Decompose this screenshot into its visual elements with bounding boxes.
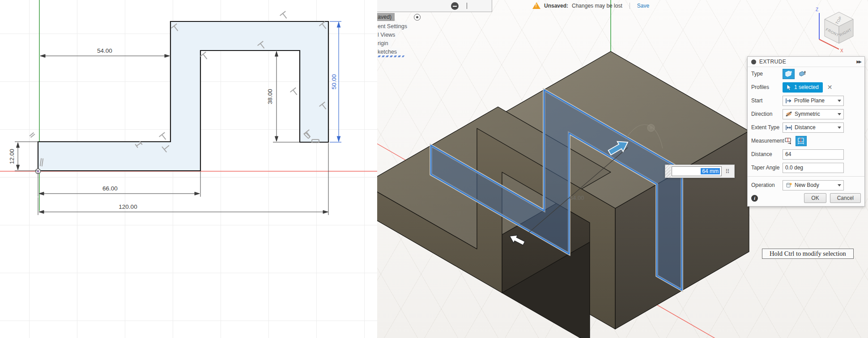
distance-input[interactable] — [783, 149, 844, 160]
row-start: Start Profile Plane — [748, 94, 864, 107]
taper-angle-input[interactable] — [783, 163, 844, 173]
activate-component-icon[interactable] — [414, 14, 421, 21]
operation-value: New Body — [795, 182, 819, 188]
ok-button[interactable]: OK — [804, 193, 826, 203]
dialog-title: EXTRUDE — [759, 59, 786, 65]
dialog-footer: i OK Cancel — [748, 192, 864, 206]
info-icon[interactable]: i — [751, 195, 758, 202]
direction-dropdown[interactable]: Symmetric — [783, 109, 844, 119]
extent-dim-label: 64.00 — [570, 194, 584, 201]
browser-item-origin[interactable]: rigin — [377, 39, 391, 47]
viewcube-z-label: Z — [816, 7, 818, 12]
extrude-thin-icon — [799, 70, 807, 77]
dim-66 — [38, 172, 200, 197]
browser-item-named-views[interactable]: l Views — [377, 31, 398, 39]
row-taper: Taper Angle — [748, 161, 864, 174]
dim-66-label[interactable]: 66.00 — [102, 185, 118, 192]
new-body-icon — [785, 182, 792, 189]
direction-value: Symmetric — [795, 111, 820, 117]
collapse-panel-icon[interactable]: ▶▶ — [856, 59, 861, 64]
type-solid-button[interactable] — [783, 69, 795, 79]
type-label: Type — [751, 71, 783, 77]
dim-38 — [273, 51, 300, 142]
drag-handle[interactable] — [665, 165, 671, 177]
dialog-header[interactable]: EXTRUDE ▶▶ — [748, 57, 864, 67]
cursor-icon — [787, 84, 791, 90]
distance-label: Distance — [751, 151, 783, 157]
row-measurement: Measurement — [748, 134, 864, 148]
cancel-button[interactable]: Cancel — [830, 193, 861, 203]
extent-type-value: Distance — [795, 124, 816, 131]
remove-icon[interactable] — [451, 2, 459, 10]
dim-12-label[interactable]: 12.00 — [9, 149, 15, 164]
measurement-whole-button[interactable] — [796, 136, 807, 146]
chevron-down-icon — [838, 100, 841, 102]
chevron-down-icon — [838, 127, 841, 129]
extent-type-label: Extent Type — [751, 124, 783, 131]
dimension-value-input[interactable]: 64 mm — [672, 166, 722, 176]
extrude-dialog: EXTRUDE ▶▶ Type Profiles 1 selected ✕ — [747, 56, 865, 207]
dim-54-label[interactable]: 54.00 — [97, 47, 112, 54]
measure-half-icon — [784, 137, 792, 144]
measurement-label: Measurement — [751, 138, 783, 144]
warning-icon — [532, 2, 540, 9]
dialog-separator — [748, 176, 864, 177]
extent-type-dropdown[interactable]: Distance — [783, 123, 844, 133]
hold-ctrl-tooltip: Hold Ctrl to modify selection — [762, 249, 854, 259]
row-operation: Operation New Body — [748, 178, 864, 192]
dim-12 — [15, 142, 39, 171]
start-value: Profile Plane — [794, 97, 825, 104]
start-label: Start — [751, 97, 783, 104]
sketch-canvas[interactable]: 54.00 50.00 38.00 12.00 66.00 — [0, 0, 377, 338]
extrude-solid-icon — [785, 70, 793, 77]
direction-label: Direction — [751, 111, 783, 117]
divider — [630, 3, 630, 9]
dim-50-label[interactable]: 50.00 — [331, 74, 337, 89]
warning-title: Unsaved: — [544, 3, 568, 9]
sketch-profile[interactable] — [38, 21, 328, 171]
row-extent-type: Extent Type Distance — [748, 121, 864, 134]
chevron-down-icon — [838, 184, 841, 186]
measurement-half-button[interactable] — [783, 136, 794, 146]
viewcube[interactable]: Z X TOP FRONT RIGHT — [812, 2, 868, 54]
selected-text: 64 mm — [701, 168, 720, 174]
operation-dropdown[interactable]: New Body — [783, 180, 844, 190]
measure-whole-icon — [797, 137, 805, 144]
profile-plane-icon — [785, 98, 792, 104]
dim-120-label[interactable]: 120.00 — [119, 203, 137, 210]
symmetric-icon — [785, 111, 792, 117]
unsaved-warning-bar: Unsaved: Changes may be lost Save — [532, 2, 649, 9]
profiles-selected-button[interactable]: 1 selected — [783, 82, 823, 93]
browser-item-document[interactable]: aved) — [377, 13, 395, 21]
distance-icon — [785, 125, 792, 131]
profiles-label: Profiles — [751, 84, 783, 90]
floating-dimension-box[interactable]: 64 mm ⠿ — [665, 165, 735, 178]
save-link[interactable]: Save — [637, 3, 649, 9]
sketch-svg: 54.00 50.00 38.00 12.00 66.00 — [0, 0, 377, 338]
taper-angle-label: Taper Angle — [751, 165, 783, 171]
row-distance: Distance — [748, 148, 864, 161]
toolbar-end-panel — [377, 0, 492, 12]
row-type: Type — [748, 67, 864, 80]
taper-handle-dot — [650, 127, 652, 129]
viewcube-x-label: X — [840, 48, 843, 53]
row-direction: Direction Symmetric — [748, 107, 864, 121]
browser-item-sketches[interactable]: ketches — [377, 48, 400, 56]
dim-38-label[interactable]: 38.00 — [267, 89, 273, 104]
text-caret — [467, 3, 467, 9]
chevron-down-icon — [838, 113, 841, 115]
start-dropdown[interactable]: Profile Plane — [783, 96, 844, 106]
options-handle-icon[interactable]: ⠿ — [725, 168, 730, 175]
profiles-selected-count: 1 selected — [794, 84, 819, 90]
operation-label: Operation — [751, 182, 783, 188]
dim-54 — [40, 55, 170, 58]
browser-item-document-settings[interactable]: ent Settings — [377, 22, 410, 30]
warning-message: Changes may be lost — [572, 3, 622, 9]
clear-selection-icon[interactable]: ✕ — [827, 84, 833, 91]
dialog-grip-icon — [751, 59, 756, 64]
type-thin-button[interactable] — [796, 69, 808, 79]
sketch-highlight-dashes — [378, 55, 405, 57]
row-profiles: Profiles 1 selected ✕ — [748, 80, 864, 94]
